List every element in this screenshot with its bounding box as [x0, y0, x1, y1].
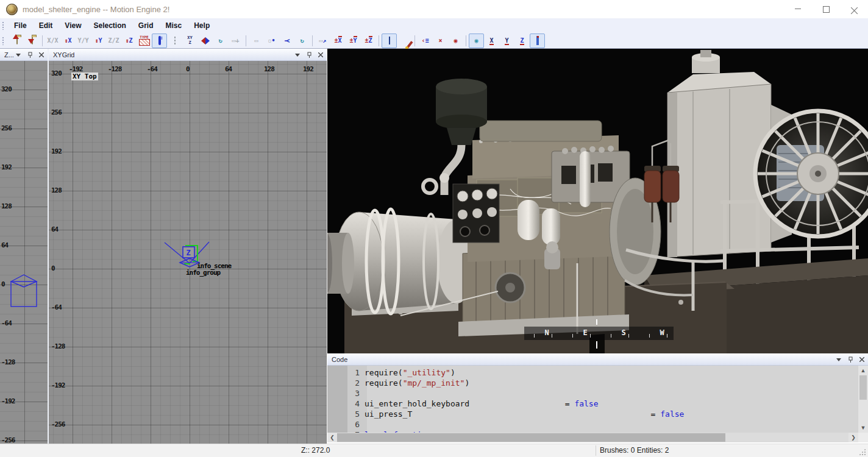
- code-line: 3: [327, 388, 858, 399]
- xygrid-view[interactable]: -192-128-64064128192 320256192128640-64-…: [49, 61, 327, 444]
- code-menu-chevron-icon[interactable]: [835, 356, 842, 363]
- node-connect-button[interactable]: ▫•: [264, 34, 279, 48]
- rotate-snap-icon: ◉: [454, 38, 457, 44]
- axis-z-button[interactable]: Z: [514, 34, 530, 48]
- code-pin-icon[interactable]: [847, 356, 854, 363]
- flip-x-button[interactable]: X/X: [45, 34, 60, 48]
- menu-help[interactable]: Help: [188, 18, 216, 33]
- 3d-viewport[interactable]: NESW: [327, 49, 868, 353]
- axis-x-button[interactable]: X: [484, 34, 499, 48]
- orbit-view-button[interactable]: ↻: [294, 34, 310, 48]
- entity-gizmo[interactable]: Z info_scene info_group: [49, 61, 327, 444]
- mouse-select-button[interactable]: [152, 34, 167, 48]
- gizmo-z-letter: Z: [186, 249, 190, 257]
- horizontal-scroll-thumb[interactable]: [337, 433, 725, 442]
- minimize-icon: [795, 9, 801, 10]
- z-panel-close-icon[interactable]: [38, 51, 45, 58]
- code-line: 4ui_enter_hold_keyboard = false: [327, 399, 858, 409]
- code-panel-header[interactable]: Code: [327, 353, 868, 366]
- delete-selection-button[interactable]: ×: [433, 34, 448, 48]
- menu-file[interactable]: File: [8, 18, 33, 33]
- code-vertical-scrollbar[interactable]: ▲ ▼: [858, 366, 868, 433]
- menu-edit[interactable]: Edit: [33, 18, 59, 33]
- prism-view-button[interactable]: [197, 34, 213, 48]
- code-editor[interactable]: 1require("_utility")2require("mp/_mp_ini…: [327, 366, 858, 433]
- xygrid-pin-icon[interactable]: [305, 51, 313, 58]
- selection-rect-button[interactable]: [167, 34, 182, 48]
- axes-xyz-icon: XYZ: [187, 36, 192, 45]
- compass-tick: [590, 334, 591, 338]
- screen-preview-button[interactable]: ▭: [249, 34, 264, 48]
- menubar-grip-icon[interactable]: [2, 21, 4, 30]
- toolbar-grip-icon[interactable]: [2, 37, 4, 45]
- vertical-scroll-thumb[interactable]: [859, 375, 867, 400]
- menu-misc[interactable]: Misc: [160, 18, 188, 33]
- mirror-x-button[interactable]: ↕X: [60, 34, 76, 48]
- compass-w: W: [660, 328, 664, 337]
- mirror-y-button[interactable]: ↕Y: [91, 34, 106, 48]
- toolbar-group: ▭▫•Y↻: [247, 34, 311, 48]
- menu-view[interactable]: View: [59, 18, 87, 33]
- rotate-snap-button[interactable]: ◉: [448, 34, 463, 48]
- code-line-number: 3: [327, 388, 365, 399]
- axis-y-button[interactable]: Y: [499, 34, 514, 48]
- mirror-z-button[interactable]: ↕Z: [121, 34, 137, 48]
- close-icon: [851, 6, 858, 13]
- entity-properties-button[interactable]: [530, 34, 545, 48]
- delete-selection-icon: ×: [438, 38, 442, 44]
- scroll-left-icon[interactable]: ❮: [327, 433, 337, 442]
- code-horizontal-scrollbar[interactable]: ❮ ❯: [327, 433, 858, 442]
- code-panel-title: Code: [332, 356, 347, 363]
- xygrid-panel-header[interactable]: XYGrid: [49, 49, 327, 61]
- open-import-button[interactable]: [9, 34, 24, 48]
- branch-tool-button[interactable]: Y: [279, 34, 294, 48]
- z-ruler-view[interactable]: 320256192128640-64-128-192-256: [0, 61, 48, 444]
- flip-y-button[interactable]: Y/Y: [76, 34, 91, 48]
- z-brush-wireframe: [0, 61, 48, 444]
- entity-properties-icon: [536, 38, 539, 44]
- compass-tick: [649, 334, 650, 338]
- prism-view-icon: [201, 37, 210, 44]
- nudge-z-button[interactable]: ±Z: [361, 34, 376, 48]
- paste-move-button[interactable]: ▭↗: [315, 34, 330, 48]
- toolbar-group: [380, 34, 413, 48]
- menu-grid[interactable]: Grid: [132, 18, 160, 33]
- scroll-right-icon[interactable]: ❯: [848, 433, 858, 442]
- scroll-down-icon[interactable]: ▼: [858, 423, 868, 433]
- open-export-button[interactable]: [24, 34, 40, 48]
- stamp-add-button[interactable]: ▭+: [228, 34, 243, 48]
- toolbar-group: ‹≡×◉: [416, 34, 464, 48]
- z-panel-pin-icon[interactable]: [26, 51, 34, 58]
- z-panel-menu-chevron-icon[interactable]: [15, 51, 22, 58]
- code-close-icon[interactable]: [858, 356, 866, 363]
- paint-apply-button[interactable]: [397, 34, 412, 48]
- xygrid-close-icon[interactable]: [317, 51, 324, 58]
- xygrid-menu-chevron-icon[interactable]: [294, 51, 301, 58]
- rotate-entity-button[interactable]: ↻: [213, 34, 228, 48]
- minimize-button[interactable]: [784, 0, 812, 18]
- toolbar-separator: [379, 35, 379, 46]
- nudge-y-button[interactable]: ±Y: [346, 34, 361, 48]
- axes-xyz-button[interactable]: XYZ: [182, 34, 197, 48]
- toolbar-separator: [312, 35, 313, 46]
- orbit-view-icon: ↻: [300, 38, 304, 44]
- texture-type-button[interactable]: TYPE: [137, 34, 152, 48]
- close-button[interactable]: [840, 0, 868, 18]
- list-insert-button[interactable]: ‹≡: [418, 34, 433, 48]
- toolbar-group: [8, 34, 41, 48]
- menubar: FileEditViewSelectionGridMiscHelp: [0, 18, 868, 33]
- maximize-button[interactable]: [812, 0, 840, 18]
- entity-label-group: info_group: [186, 269, 221, 277]
- nudge-x-button[interactable]: ±X: [330, 34, 346, 48]
- resize-grip[interactable]: [858, 448, 866, 456]
- z-panel-header[interactable]: Z...: [0, 49, 48, 61]
- menu-selection[interactable]: Selection: [87, 18, 132, 33]
- circle-tool-button[interactable]: ◉: [469, 34, 484, 48]
- statusbar: Z:: 272.0 Brushes: 0 Entities: 2: [0, 444, 868, 457]
- code-line-number: 1: [327, 367, 365, 378]
- grid-snap-button[interactable]: [382, 34, 397, 48]
- scroll-up-icon[interactable]: ▲: [858, 366, 868, 375]
- mirror-y-icon: ↕Y: [94, 38, 102, 44]
- flip-z-button[interactable]: Z/Z: [106, 34, 121, 48]
- toolbar-separator: [466, 35, 466, 46]
